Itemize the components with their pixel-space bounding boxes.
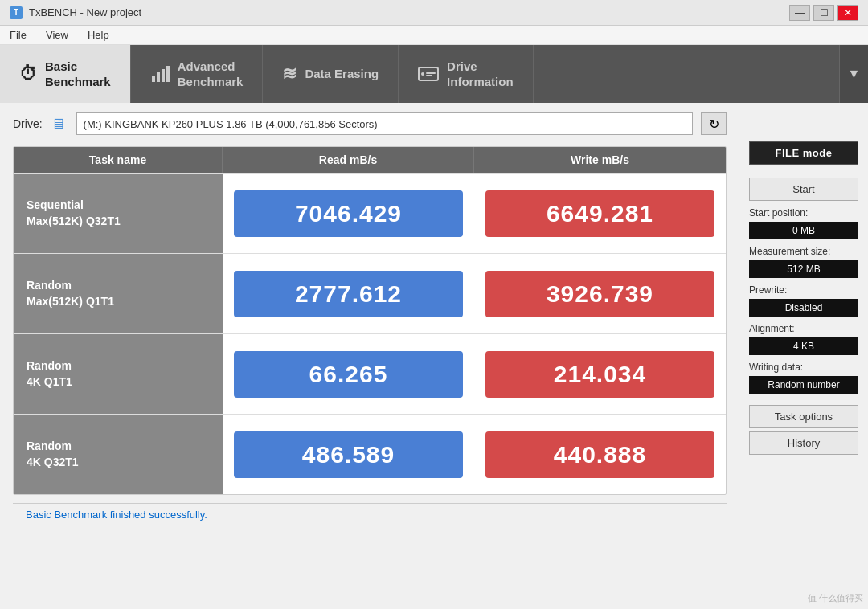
- row-3-name: Random4K Q1T1: [14, 334, 223, 414]
- left-panel: Drive: 🖥 (M:) KINGBANK KP260 PLUS 1.86 T…: [0, 103, 739, 609]
- tab-basic-benchmark-label: BasicBenchmark: [45, 59, 111, 90]
- start-position-label: Start position:: [749, 207, 858, 219]
- drive-select[interactable]: (M:) KINGBANK KP260 PLUS 1.86 TB (4,000,…: [76, 112, 693, 135]
- table-row: Random4K Q32T1 486.589 440.888: [14, 414, 726, 494]
- table-row: Random4K Q1T1 66.265 214.034: [14, 333, 726, 414]
- svg-rect-0: [152, 76, 155, 82]
- table-row: SequentialMax(512K) Q32T1 7046.429 6649.…: [14, 173, 726, 253]
- status-text: Basic Benchmark finished successfully.: [26, 509, 207, 521]
- table-row: RandomMax(512K) Q1T1 2777.612 3926.739: [14, 253, 726, 333]
- row-4-read-value: 486.589: [234, 431, 463, 478]
- svg-rect-3: [166, 66, 170, 82]
- row-2-read-value: 2777.612: [234, 271, 463, 317]
- row-4-write-cell: 440.888: [474, 415, 726, 494]
- data-erasing-icon: ≋: [282, 63, 297, 84]
- tab-basic-benchmark[interactable]: ⏱ BasicBenchmark: [0, 45, 131, 103]
- row-1-read-cell: 7046.429: [223, 174, 474, 253]
- row-1-write-value: 6649.281: [485, 190, 714, 237]
- alignment-label: Alignment:: [749, 323, 858, 334]
- tab-drive-information[interactable]: DriveInformation: [399, 45, 534, 103]
- watermark: 值 什么值得买: [808, 592, 863, 604]
- row-3-write-cell: 214.034: [474, 334, 726, 414]
- tab-advanced-benchmark-label: AdvancedBenchmark: [178, 59, 244, 90]
- menu-view[interactable]: View: [43, 27, 72, 43]
- row-3-read-value: 66.265: [234, 351, 463, 398]
- menu-bar: File View Help: [0, 26, 868, 45]
- tab-drive-information-label: DriveInformation: [447, 59, 514, 90]
- writing-data-label: Writing data:: [749, 362, 858, 373]
- drive-row: Drive: 🖥 (M:) KINGBANK KP260 PLUS 1.86 T…: [13, 112, 727, 135]
- writing-data-value: Random number: [749, 376, 858, 394]
- start-position-value: 0 MB: [749, 222, 858, 239]
- row-2-write-value: 3926.739: [485, 271, 714, 317]
- close-button[interactable]: ✕: [837, 5, 858, 21]
- start-button[interactable]: Start: [749, 178, 858, 201]
- svg-rect-2: [162, 69, 165, 82]
- bench-table-header: Task name Read mB/s Write mB/s: [14, 147, 726, 173]
- drive-row-icon: 🖥: [51, 116, 65, 133]
- advanced-benchmark-icon: [150, 64, 170, 84]
- task-options-button[interactable]: Task options: [749, 405, 858, 428]
- drive-information-icon: [418, 64, 439, 84]
- minimize-button[interactable]: —: [789, 5, 810, 21]
- row-1-write-cell: 6649.281: [474, 174, 726, 253]
- row-2-read-cell: 2777.612: [223, 254, 474, 333]
- row-4-read-cell: 486.589: [223, 415, 474, 494]
- menu-help[interactable]: Help: [84, 27, 113, 43]
- toolbar: ⏱ BasicBenchmark AdvancedBenchmark ≋ Dat…: [0, 45, 868, 103]
- main-area: Drive: 🖥 (M:) KINGBANK KP260 PLUS 1.86 T…: [0, 103, 868, 609]
- right-panel: FILE mode Start Start position: 0 MB Mea…: [739, 103, 868, 609]
- toolbar-dropdown[interactable]: ▼: [839, 45, 868, 103]
- title-bar: T TxBENCH - New project — ☐ ✕: [0, 0, 868, 26]
- svg-rect-6: [426, 72, 436, 74]
- alignment-value: 4 KB: [749, 337, 858, 355]
- maximize-button[interactable]: ☐: [813, 5, 834, 21]
- row-1-name: SequentialMax(512K) Q32T1: [14, 174, 223, 253]
- row-4-write-value: 440.888: [485, 431, 714, 478]
- svg-point-5: [421, 72, 424, 76]
- drive-label: Drive:: [13, 117, 43, 130]
- prewrite-label: Prewrite:: [749, 284, 858, 296]
- refresh-icon: ↻: [709, 116, 719, 132]
- app-icon: T: [10, 6, 23, 19]
- header-write: Write mB/s: [474, 147, 726, 173]
- status-bar: Basic Benchmark finished successfully.: [13, 503, 727, 525]
- svg-rect-7: [426, 75, 432, 76]
- window-controls: — ☐ ✕: [789, 5, 858, 21]
- header-task-name: Task name: [14, 147, 223, 173]
- row-3-read-cell: 66.265: [223, 334, 474, 414]
- measurement-size-value: 512 MB: [749, 260, 858, 278]
- bench-table: Task name Read mB/s Write mB/s Sequentia…: [13, 146, 727, 495]
- row-2-write-cell: 3926.739: [474, 254, 726, 333]
- row-3-write-value: 214.034: [485, 351, 714, 398]
- row-4-name: Random4K Q32T1: [14, 415, 223, 494]
- row-2-name: RandomMax(512K) Q1T1: [14, 254, 223, 333]
- file-mode-button[interactable]: FILE mode: [749, 141, 858, 165]
- svg-rect-1: [157, 72, 160, 82]
- menu-file[interactable]: File: [6, 27, 30, 43]
- header-read: Read mB/s: [223, 147, 474, 173]
- basic-benchmark-icon: ⏱: [19, 63, 37, 84]
- drive-refresh-button[interactable]: ↻: [701, 112, 727, 135]
- tab-data-erasing-label: Data Erasing: [305, 66, 379, 82]
- history-button[interactable]: History: [749, 431, 858, 455]
- tab-data-erasing[interactable]: ≋ Data Erasing: [263, 45, 399, 103]
- tab-advanced-benchmark[interactable]: AdvancedBenchmark: [131, 45, 264, 103]
- prewrite-value: Disabled: [749, 299, 858, 317]
- window-title: TxBENCH - New project: [29, 6, 141, 18]
- drive-select-wrapper[interactable]: (M:) KINGBANK KP260 PLUS 1.86 TB (4,000,…: [76, 112, 693, 135]
- row-1-read-value: 7046.429: [234, 190, 463, 237]
- measurement-size-label: Measurement size:: [749, 246, 858, 257]
